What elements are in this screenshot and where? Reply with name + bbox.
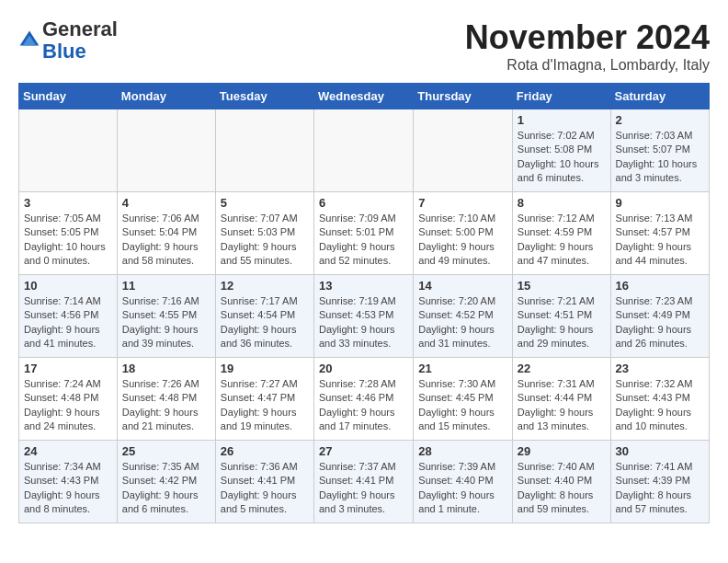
month-title: November 2024 (465, 18, 710, 57)
day-number: 15 (518, 279, 606, 293)
logo-text: General Blue (42, 18, 118, 63)
calendar-header-row: SundayMondayTuesdayWednesdayThursdayFrid… (19, 84, 710, 109)
day-number: 11 (122, 279, 210, 293)
day-number: 14 (418, 279, 507, 293)
day-info: Sunrise: 7:40 AM Sunset: 4:40 PM Dayligh… (518, 460, 606, 517)
day-number: 18 (122, 362, 210, 375)
day-info: Sunrise: 7:24 AM Sunset: 4:48 PM Dayligh… (24, 377, 112, 434)
day-info: Sunrise: 7:37 AM Sunset: 4:41 PM Dayligh… (319, 460, 408, 517)
calendar-cell-1-5 (414, 109, 513, 192)
day-info: Sunrise: 7:07 AM Sunset: 5:03 PM Dayligh… (221, 212, 309, 269)
day-number: 20 (319, 362, 408, 375)
calendar-cell-3-1: 10Sunrise: 7:14 AM Sunset: 4:56 PM Dayli… (19, 275, 118, 358)
calendar-cell-5-2: 25Sunrise: 7:35 AM Sunset: 4:42 PM Dayli… (117, 441, 215, 523)
day-info: Sunrise: 7:10 AM Sunset: 5:00 PM Dayligh… (418, 212, 507, 269)
day-number: 3 (24, 196, 112, 210)
day-info: Sunrise: 7:13 AM Sunset: 4:57 PM Dayligh… (616, 212, 704, 269)
day-info: Sunrise: 7:21 AM Sunset: 4:51 PM Dayligh… (518, 294, 606, 351)
calendar-cell-5-5: 28Sunrise: 7:39 AM Sunset: 4:40 PM Dayli… (414, 441, 513, 523)
day-info: Sunrise: 7:34 AM Sunset: 4:43 PM Dayligh… (24, 460, 112, 517)
day-info: Sunrise: 7:02 AM Sunset: 5:08 PM Dayligh… (518, 129, 606, 186)
calendar-cell-3-4: 13Sunrise: 7:19 AM Sunset: 4:53 PM Dayli… (313, 275, 413, 358)
day-number: 13 (319, 279, 408, 293)
day-info: Sunrise: 7:05 AM Sunset: 5:05 PM Dayligh… (24, 212, 112, 269)
calendar-week-3: 10Sunrise: 7:14 AM Sunset: 4:56 PM Dayli… (19, 275, 710, 358)
day-number: 19 (221, 362, 309, 375)
page-header: General Blue November 2024 Rota d'Imagna… (18, 18, 710, 74)
calendar-cell-2-5: 7Sunrise: 7:10 AM Sunset: 5:00 PM Daylig… (414, 192, 513, 275)
calendar-cell-5-6: 29Sunrise: 7:40 AM Sunset: 4:40 PM Dayli… (512, 441, 610, 523)
day-number: 2 (616, 113, 704, 127)
day-number: 1 (518, 113, 606, 127)
day-info: Sunrise: 7:03 AM Sunset: 5:07 PM Dayligh… (616, 129, 704, 186)
day-info: Sunrise: 7:20 AM Sunset: 4:52 PM Dayligh… (418, 294, 507, 351)
weekday-header-monday: Monday (117, 84, 215, 109)
calendar-cell-2-2: 4Sunrise: 7:06 AM Sunset: 5:04 PM Daylig… (117, 192, 215, 275)
day-info: Sunrise: 7:39 AM Sunset: 4:40 PM Dayligh… (418, 460, 507, 517)
day-info: Sunrise: 7:28 AM Sunset: 4:46 PM Dayligh… (319, 377, 408, 434)
calendar-cell-1-4 (313, 109, 413, 192)
calendar-cell-1-3 (215, 109, 313, 192)
day-info: Sunrise: 7:16 AM Sunset: 4:55 PM Dayligh… (122, 294, 210, 351)
day-number: 8 (518, 196, 606, 210)
day-number: 25 (122, 444, 210, 458)
day-info: Sunrise: 7:09 AM Sunset: 5:01 PM Dayligh… (319, 212, 408, 269)
logo-blue: Blue (42, 40, 86, 63)
calendar-cell-4-5: 21Sunrise: 7:30 AM Sunset: 4:45 PM Dayli… (414, 358, 513, 441)
day-number: 12 (221, 279, 309, 293)
day-info: Sunrise: 7:23 AM Sunset: 4:49 PM Dayligh… (616, 294, 704, 351)
calendar-cell-5-1: 24Sunrise: 7:34 AM Sunset: 4:43 PM Dayli… (19, 441, 118, 523)
weekday-header-saturday: Saturday (610, 84, 709, 109)
calendar-cell-4-6: 22Sunrise: 7:31 AM Sunset: 4:44 PM Dayli… (512, 358, 610, 441)
location: Rota d'Imagna, Lombardy, Italy (465, 57, 710, 74)
day-number: 5 (221, 196, 309, 210)
calendar-cell-2-6: 8Sunrise: 7:12 AM Sunset: 4:59 PM Daylig… (512, 192, 610, 275)
day-number: 26 (221, 444, 309, 458)
calendar-cell-3-6: 15Sunrise: 7:21 AM Sunset: 4:51 PM Dayli… (512, 275, 610, 358)
day-info: Sunrise: 7:26 AM Sunset: 4:48 PM Dayligh… (122, 377, 210, 434)
day-number: 29 (518, 444, 606, 458)
day-number: 6 (319, 196, 408, 210)
day-info: Sunrise: 7:31 AM Sunset: 4:44 PM Dayligh… (518, 377, 606, 434)
calendar-cell-2-3: 5Sunrise: 7:07 AM Sunset: 5:03 PM Daylig… (215, 192, 313, 275)
calendar-cell-4-7: 23Sunrise: 7:32 AM Sunset: 4:43 PM Dayli… (610, 358, 709, 441)
day-number: 22 (518, 362, 606, 375)
weekday-header-wednesday: Wednesday (313, 84, 413, 109)
calendar-cell-4-1: 17Sunrise: 7:24 AM Sunset: 4:48 PM Dayli… (19, 358, 118, 441)
calendar-cell-5-7: 30Sunrise: 7:41 AM Sunset: 4:39 PM Dayli… (610, 441, 709, 523)
calendar-cell-3-2: 11Sunrise: 7:16 AM Sunset: 4:55 PM Dayli… (117, 275, 215, 358)
calendar-cell-3-7: 16Sunrise: 7:23 AM Sunset: 4:49 PM Dayli… (610, 275, 709, 358)
calendar-cell-5-3: 26Sunrise: 7:36 AM Sunset: 4:41 PM Dayli… (215, 441, 313, 523)
calendar-week-4: 17Sunrise: 7:24 AM Sunset: 4:48 PM Dayli… (19, 358, 710, 441)
weekday-header-thursday: Thursday (414, 84, 513, 109)
day-number: 23 (616, 362, 704, 375)
calendar-cell-1-1 (19, 109, 118, 192)
day-info: Sunrise: 7:41 AM Sunset: 4:39 PM Dayligh… (616, 460, 704, 517)
day-number: 28 (418, 444, 507, 458)
calendar-cell-1-6: 1Sunrise: 7:02 AM Sunset: 5:08 PM Daylig… (512, 109, 610, 192)
day-number: 21 (418, 362, 507, 375)
calendar-cell-2-7: 9Sunrise: 7:13 AM Sunset: 4:57 PM Daylig… (610, 192, 709, 275)
day-number: 10 (24, 279, 112, 293)
day-info: Sunrise: 7:19 AM Sunset: 4:53 PM Dayligh… (319, 294, 408, 351)
day-number: 9 (616, 196, 704, 210)
calendar-week-2: 3Sunrise: 7:05 AM Sunset: 5:05 PM Daylig… (19, 192, 710, 275)
weekday-header-friday: Friday (512, 84, 610, 109)
calendar-cell-2-4: 6Sunrise: 7:09 AM Sunset: 5:01 PM Daylig… (313, 192, 413, 275)
day-number: 16 (616, 279, 704, 293)
day-number: 30 (616, 444, 704, 458)
day-number: 4 (122, 196, 210, 210)
calendar-cell-5-4: 27Sunrise: 7:37 AM Sunset: 4:41 PM Dayli… (313, 441, 413, 523)
calendar-cell-3-3: 12Sunrise: 7:17 AM Sunset: 4:54 PM Dayli… (215, 275, 313, 358)
logo-general: General (42, 17, 118, 40)
day-info: Sunrise: 7:27 AM Sunset: 4:47 PM Dayligh… (221, 377, 309, 434)
weekday-header-tuesday: Tuesday (215, 84, 313, 109)
calendar-cell-4-4: 20Sunrise: 7:28 AM Sunset: 4:46 PM Dayli… (313, 358, 413, 441)
day-info: Sunrise: 7:06 AM Sunset: 5:04 PM Dayligh… (122, 212, 210, 269)
title-block: November 2024 Rota d'Imagna, Lombardy, I… (465, 18, 710, 74)
calendar-cell-3-5: 14Sunrise: 7:20 AM Sunset: 4:52 PM Dayli… (414, 275, 513, 358)
day-number: 27 (319, 444, 408, 458)
calendar-table: SundayMondayTuesdayWednesdayThursdayFrid… (18, 83, 710, 523)
day-info: Sunrise: 7:32 AM Sunset: 4:43 PM Dayligh… (616, 377, 704, 434)
calendar-week-1: 1Sunrise: 7:02 AM Sunset: 5:08 PM Daylig… (19, 109, 710, 192)
